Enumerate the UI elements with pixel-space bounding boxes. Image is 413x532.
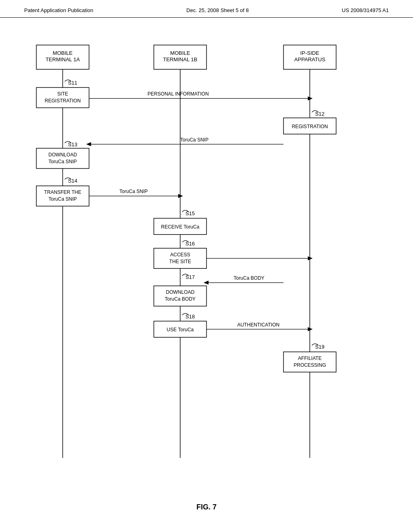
header-right: US 2008/314975 A1 xyxy=(342,7,389,13)
svg-rect-49 xyxy=(154,286,206,306)
svg-text:TRANSFER THE: TRANSFER THE xyxy=(44,189,81,195)
svg-text:TERMINAL 1A: TERMINAL 1A xyxy=(46,56,80,62)
svg-text:SITE: SITE xyxy=(57,91,68,97)
svg-text:DOWNLOAD: DOWNLOAD xyxy=(166,289,194,295)
header-left: Patent Application Publication xyxy=(24,7,93,13)
svg-text:ToruCa SNIP: ToruCa SNIP xyxy=(119,189,148,194)
sequence-diagram: MOBILE TERMINAL 1A MOBILE TERMINAL 1B IP… xyxy=(24,34,389,477)
svg-marker-24 xyxy=(86,142,91,146)
svg-marker-34 xyxy=(178,194,183,198)
page-header: Patent Application Publication Dec. 25, … xyxy=(0,0,413,18)
svg-marker-44 xyxy=(308,256,313,260)
svg-text:RECEIVE ToruCa: RECEIVE ToruCa xyxy=(161,224,199,230)
svg-marker-56 xyxy=(308,327,313,331)
svg-text:ToruCa SNIP: ToruCa SNIP xyxy=(48,196,77,202)
svg-text:THE SITE: THE SITE xyxy=(169,259,191,264)
svg-text:ToruCa SNIP: ToruCa SNIP xyxy=(48,159,77,164)
svg-rect-40 xyxy=(154,248,206,268)
svg-text:TERMINAL 1B: TERMINAL 1B xyxy=(163,56,197,62)
svg-text:ToruCa SNIP: ToruCa SNIP xyxy=(180,137,209,143)
svg-text:S14: S14 xyxy=(68,178,77,184)
svg-text:PROCESSING: PROCESSING xyxy=(294,362,326,368)
svg-text:S12: S12 xyxy=(315,111,324,117)
svg-text:ToruCa BODY: ToruCa BODY xyxy=(165,296,196,302)
svg-text:REGISTRATION: REGISTRATION xyxy=(292,124,327,129)
svg-rect-26 xyxy=(36,148,89,168)
svg-text:S15: S15 xyxy=(186,210,195,216)
svg-text:REGISTRATION: REGISTRATION xyxy=(45,98,81,104)
figure-caption: FIG. 7 xyxy=(0,503,413,511)
svg-text:S13: S13 xyxy=(68,141,77,148)
svg-text:S11: S11 xyxy=(68,80,77,86)
svg-text:ToruCa BODY: ToruCa BODY xyxy=(234,275,264,281)
svg-text:ACCESS: ACCESS xyxy=(170,252,190,258)
svg-text:S19: S19 xyxy=(315,344,324,350)
svg-text:S16: S16 xyxy=(186,241,195,247)
svg-marker-17 xyxy=(308,96,313,100)
svg-text:IP-SIDE: IP-SIDE xyxy=(300,50,319,56)
svg-text:DOWNLOAD: DOWNLOAD xyxy=(48,152,77,158)
svg-text:AUTHENTICATION: AUTHENTICATION xyxy=(237,322,280,328)
svg-rect-30 xyxy=(36,186,89,206)
svg-text:USE ToruCa: USE ToruCa xyxy=(167,327,194,332)
svg-rect-59 xyxy=(284,352,336,372)
diagram-container: MOBILE TERMINAL 1A MOBILE TERMINAL 1B IP… xyxy=(0,18,413,495)
svg-text:S17: S17 xyxy=(186,274,195,280)
svg-marker-47 xyxy=(204,281,209,285)
svg-text:PERSONAL INFORMATION: PERSONAL INFORMATION xyxy=(148,91,209,97)
svg-rect-13 xyxy=(36,87,89,108)
svg-text:S18: S18 xyxy=(186,314,195,320)
svg-text:MOBILE: MOBILE xyxy=(53,50,73,56)
svg-text:APPARATUS: APPARATUS xyxy=(294,56,325,62)
header-center: Dec. 25, 2008 Sheet 5 of 8 xyxy=(186,7,249,13)
svg-text:AFFILIATE: AFFILIATE xyxy=(298,355,322,361)
svg-text:MOBILE: MOBILE xyxy=(170,50,190,56)
